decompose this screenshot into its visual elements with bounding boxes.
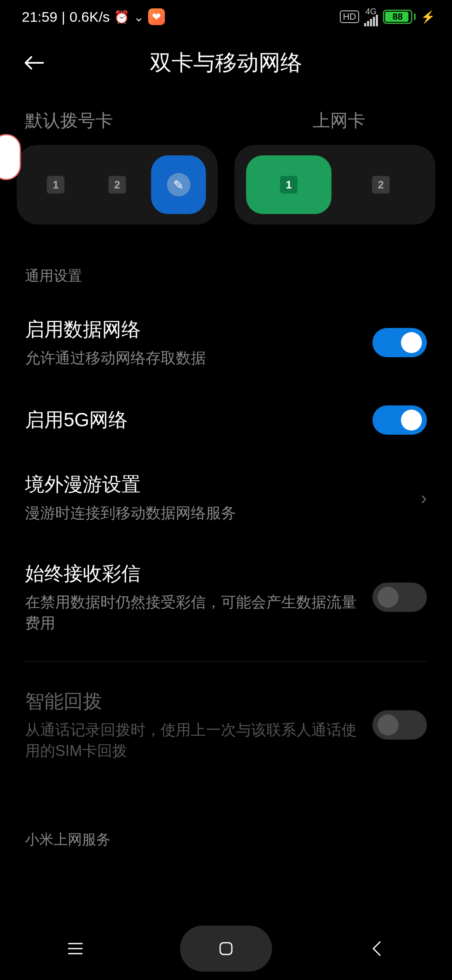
health-app-icon: ❤ (148, 8, 165, 25)
default-call-sim-group: 默认拨号卡 1 2 ✎ (17, 109, 218, 224)
section-xiaomi-service: 小米上网服务 (0, 780, 452, 862)
status-speed: 0.6K/s (69, 9, 110, 25)
section-general: 通用设置 (0, 224, 452, 298)
sim-2-badge: 2 (108, 176, 126, 193)
setting-title: 始终接收彩信 (25, 561, 360, 587)
setting-text: 始终接收彩信 在禁用数据时仍然接受彩信，可能会产生数据流量费用 (25, 561, 372, 634)
mms-toggle[interactable] (372, 583, 427, 612)
data-sim-card: 1 2 (234, 145, 435, 224)
sim-1-badge: 1 (280, 176, 298, 193)
data-sim-1-button[interactable]: 1 (246, 155, 331, 214)
call-sim-1-button[interactable]: 1 (28, 155, 83, 214)
chevron-left-icon (371, 940, 383, 957)
status-time: 21:59 (22, 9, 57, 25)
square-icon (218, 941, 234, 956)
signal-bars-icon (364, 15, 378, 26)
divider (25, 661, 427, 662)
nav-back-button[interactable] (331, 926, 423, 972)
setting-text: 启用5G网络 (25, 407, 372, 433)
setting-5g[interactable]: 启用5G网络 (25, 387, 427, 453)
setting-roaming[interactable]: 境外漫游设置 漫游时连接到移动数据网络服务 › (25, 453, 427, 542)
alarm-icon: ⏰ (114, 10, 129, 24)
sim-2-badge: 2 (372, 176, 390, 193)
nav-home-button[interactable] (180, 926, 272, 972)
setting-title: 境外漫游设置 (25, 472, 408, 498)
status-right: HD 4G 88 ⚡ (340, 7, 435, 26)
setting-mms[interactable]: 始终接收彩信 在禁用数据时仍然接受彩信，可能会产生数据流量费用 (25, 542, 427, 652)
data-sim-label: 上网卡 (234, 109, 435, 132)
hd-icon: HD (340, 10, 359, 23)
nav-bar (0, 917, 452, 980)
pencil-icon: ✎ (167, 173, 190, 196)
chevron-right-icon: › (421, 487, 427, 508)
charging-icon: ⚡ (421, 10, 435, 24)
settings-list: 启用数据网络 允许通过移动网络存取数据 启用5G网络 境外漫游设置 漫游时连接到… (0, 298, 452, 780)
setting-title: 启用5G网络 (25, 407, 360, 433)
menu-icon (67, 942, 84, 955)
setting-desc: 漫游时连接到移动数据网络服务 (25, 503, 408, 524)
default-call-card: 1 2 ✎ (17, 145, 218, 224)
sim-section: 默认拨号卡 1 2 ✎ 上网卡 1 2 (0, 92, 452, 224)
setting-desc: 允许通过移动网络存取数据 (25, 348, 360, 369)
arrow-left-icon (23, 54, 44, 71)
data-sim-group: 上网卡 1 2 (234, 109, 435, 224)
signal-icon: 4G (364, 7, 378, 26)
status-left: 21:59 | 0.6K/s ⏰ ⌄ ❤ (22, 8, 165, 25)
setting-desc: 从通话记录回拨时，使用上一次与该联系人通话使用的SIM卡回拨 (25, 720, 360, 762)
page-header: 双卡与移动网络 (0, 34, 452, 92)
svg-rect-0 (220, 943, 232, 954)
call-sim-2-button[interactable]: 2 (90, 155, 145, 214)
setting-smart-callback[interactable]: 智能回拨 从通话记录回拨时，使用上一次与该联系人通话使用的SIM卡回拨 (25, 670, 427, 780)
nav-menu-button[interactable] (29, 926, 121, 972)
setting-text: 启用数据网络 允许通过移动网络存取数据 (25, 317, 372, 369)
back-button[interactable] (17, 46, 50, 80)
setting-desc: 在禁用数据时仍然接受彩信，可能会产生数据流量费用 (25, 592, 360, 634)
setting-title: 启用数据网络 (25, 317, 360, 343)
call-sim-edit-button[interactable]: ✎ (151, 155, 206, 214)
setting-title: 智能回拨 (25, 689, 360, 714)
setting-text: 智能回拨 从通话记录回拨时，使用上一次与该联系人通话使用的SIM卡回拨 (25, 689, 372, 762)
battery-icon: 88 (383, 10, 416, 24)
status-bar: 21:59 | 0.6K/s ⏰ ⌄ ❤ HD 4G 88 ⚡ (0, 0, 452, 34)
data-sim-2-button[interactable]: 2 (338, 155, 424, 214)
5g-toggle[interactable] (372, 405, 427, 435)
chevron-down-icon: ⌄ (134, 10, 144, 24)
status-sep: | (62, 9, 65, 25)
smart-callback-toggle[interactable] (372, 710, 427, 740)
sim-1-badge: 1 (47, 176, 64, 193)
battery-percent: 88 (393, 11, 403, 22)
mobile-data-toggle[interactable] (372, 328, 427, 357)
page-title: 双卡与移动网络 (0, 48, 452, 77)
setting-mobile-data[interactable]: 启用数据网络 允许通过移动网络存取数据 (25, 298, 427, 387)
setting-text: 境外漫游设置 漫游时连接到移动数据网络服务 (25, 472, 421, 524)
default-call-label: 默认拨号卡 (17, 109, 218, 132)
network-type: 4G (365, 7, 377, 15)
mascot-icon[interactable] (0, 134, 21, 180)
